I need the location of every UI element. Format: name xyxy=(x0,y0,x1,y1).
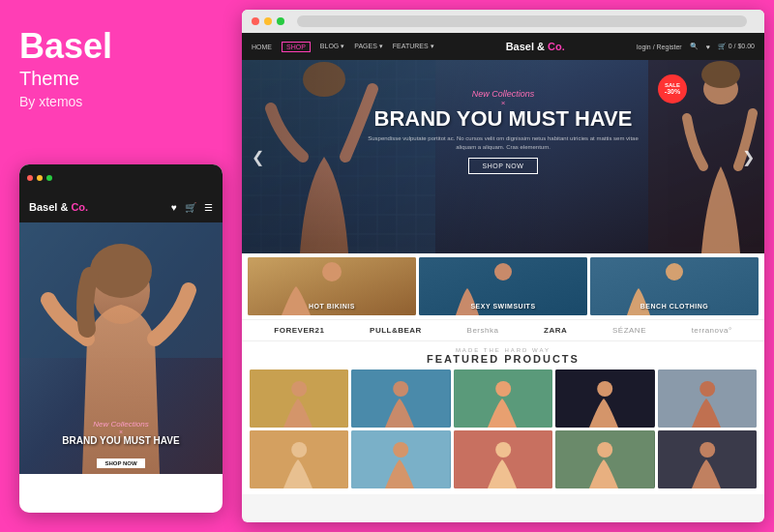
svg-point-51 xyxy=(597,442,612,458)
brands-section: FOREVER21 PULL&BEAR Bershka ZARA SÉZANE … xyxy=(242,319,764,341)
mobile-overlay-text: New Collections × BRAND YOU MUST HAVE SH… xyxy=(19,420,223,469)
wishlist-icon[interactable]: ♥ xyxy=(706,44,710,50)
product-9[interactable] xyxy=(555,430,654,488)
nav-pages[interactable]: PAGES ▾ xyxy=(354,43,383,50)
featured-section: MADE THE HARD WAY FEATURED PRODUCTS xyxy=(242,341,764,494)
dot-green xyxy=(46,175,52,181)
desktop-hero: New Collections × BRAND YOU MUST HAVE Su… xyxy=(242,60,764,253)
svg-point-39 xyxy=(495,381,511,397)
nav-features[interactable]: FEATURES ▾ xyxy=(393,43,434,50)
svg-point-35 xyxy=(291,381,307,397)
brand-terranova: terranova° xyxy=(692,326,732,335)
app-by: By xtemos xyxy=(19,94,223,109)
sale-badge: SALE -30% xyxy=(658,74,687,103)
mobile-logo: Basel & Co. xyxy=(29,201,88,213)
mobile-cross: × xyxy=(24,429,218,435)
svg-point-31 xyxy=(494,263,512,281)
mobile-nav-icons: ♥ 🛒 ☰ xyxy=(171,202,213,213)
product-8[interactable] xyxy=(454,430,552,488)
svg-point-29 xyxy=(322,262,342,281)
login-register-link[interactable]: login / Register xyxy=(637,44,682,50)
product-10[interactable] xyxy=(658,430,757,488)
nav-blog[interactable]: BLOG ▾ xyxy=(320,43,344,50)
dot-red xyxy=(27,175,33,181)
product-1[interactable] xyxy=(250,369,348,428)
brand-forever21: FOREVER21 xyxy=(274,326,324,335)
category-label-2: SEXY SWIMSUITS xyxy=(419,303,587,310)
product-6[interactable] xyxy=(250,430,348,488)
app-subtitle: Theme xyxy=(19,68,223,90)
hero-shop-btn[interactable]: SHOP NOW xyxy=(468,158,539,174)
product-5[interactable] xyxy=(658,369,757,428)
category-bench-clothing[interactable]: BENCH CLOTHING xyxy=(590,257,759,315)
mobile-shop-btn[interactable]: SHOP NOW xyxy=(24,452,218,469)
hero-next-button[interactable]: ❯ xyxy=(737,143,759,171)
hero-subtitle: Suspendisse vulputate portitot ac. No cu… xyxy=(368,134,639,151)
sale-text: SALE xyxy=(665,82,680,89)
svg-point-43 xyxy=(700,381,715,397)
products-grid xyxy=(250,369,757,488)
nav-home[interactable]: HOME xyxy=(252,44,272,50)
svg-point-47 xyxy=(394,442,409,458)
product-3[interactable] xyxy=(454,369,552,428)
dot-yellow xyxy=(37,175,43,181)
category-label-1: HOT BIKINIS xyxy=(248,303,416,310)
svg-point-3 xyxy=(90,244,152,298)
cart-icon[interactable]: 🛒 0 / $0.00 xyxy=(718,43,755,50)
mobile-mockup: Basel & Co. ♥ 🛒 ☰ xyxy=(19,164,223,513)
app-title: Basel xyxy=(19,29,223,64)
desktop-dot-yellow xyxy=(264,17,272,25)
mobile-new-collections: New Collections xyxy=(24,420,218,429)
svg-point-41 xyxy=(597,381,612,397)
product-4[interactable] xyxy=(555,369,654,428)
mobile-window-dots xyxy=(27,175,52,181)
nav-shop[interactable]: SHOP xyxy=(282,42,311,52)
svg-point-37 xyxy=(394,381,409,397)
svg-point-33 xyxy=(666,263,683,281)
desktop-nav-links: HOME SHOP BLOG ▾ PAGES ▾ FEATURES ▾ xyxy=(252,42,434,52)
desktop-mockup: HOME SHOP BLOG ▾ PAGES ▾ FEATURES ▾ Base… xyxy=(242,10,764,522)
desktop-nav-right: login / Register 🔍 ♥ 🛒 0 / $0.00 xyxy=(637,43,755,50)
svg-point-53 xyxy=(700,442,715,458)
desktop-navbar: HOME SHOP BLOG ▾ PAGES ▾ FEATURES ▾ Base… xyxy=(242,33,764,60)
product-7[interactable] xyxy=(351,430,450,488)
mobile-top-bar xyxy=(19,164,223,192)
desktop-dot-green xyxy=(277,17,284,25)
category-hot-bikinis[interactable]: HOT BIKINIS xyxy=(248,257,416,315)
product-2[interactable] xyxy=(351,369,450,428)
sale-percent: -30% xyxy=(665,88,680,96)
hero-prev-button[interactable]: ❮ xyxy=(247,143,269,171)
desktop-top-bar xyxy=(242,10,764,33)
brand-sezane: SÉZANE xyxy=(612,326,646,335)
mobile-navbar: Basel & Co. ♥ 🛒 ☰ xyxy=(19,192,223,222)
mobile-hero: New Collections × BRAND YOU MUST HAVE SH… xyxy=(19,222,223,474)
category-label-3: BENCH CLOTHING xyxy=(590,303,759,310)
featured-header: MADE THE HARD WAY FEATURED PRODUCTS xyxy=(250,347,757,365)
brand-zara: ZARA xyxy=(544,326,567,335)
category-section: HOT BIKINIS SEXY SWIMSUITS xyxy=(242,253,764,319)
brand-bershka: Bershka xyxy=(467,326,499,335)
menu-icon[interactable]: ☰ xyxy=(204,202,213,213)
heart-icon[interactable]: ♥ xyxy=(171,202,177,213)
svg-point-45 xyxy=(291,442,307,458)
hero-new-collections-text: New Collections xyxy=(368,89,639,99)
hero-title: BRAND YOU MUST HAVE xyxy=(368,107,639,131)
hero-content: New Collections × BRAND YOU MUST HAVE Su… xyxy=(368,89,639,174)
desktop-logo: Basel & Co. xyxy=(506,41,565,52)
svg-point-49 xyxy=(495,442,511,458)
cart-icon[interactable]: 🛒 xyxy=(185,202,196,213)
address-bar xyxy=(297,15,747,27)
brand-pullbear: PULL&BEAR xyxy=(370,326,422,335)
desktop-dot-red xyxy=(252,17,259,25)
featured-title: FEATURED PRODUCTS xyxy=(250,353,757,365)
search-icon[interactable]: 🔍 xyxy=(690,43,699,50)
category-sexy-swimsuits[interactable]: SEXY SWIMSUITS xyxy=(419,257,587,315)
mobile-brand-text: BRAND YOU MUST HAVE xyxy=(24,435,218,446)
